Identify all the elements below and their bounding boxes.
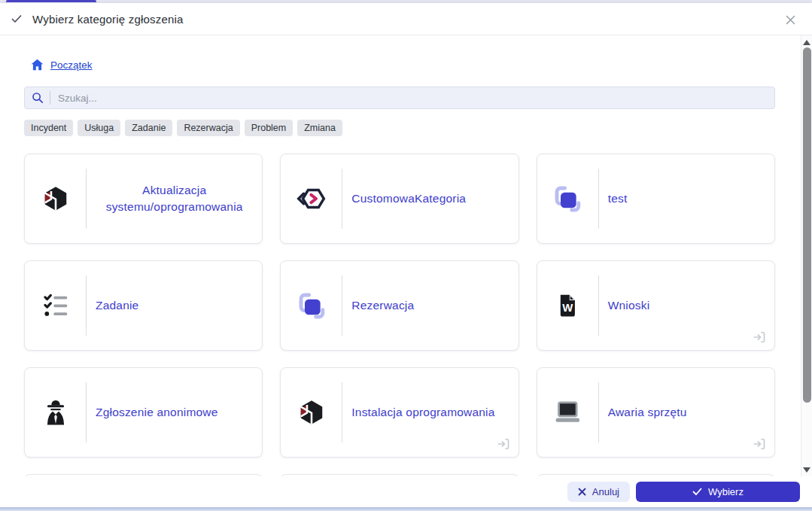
enter-icon: [752, 436, 767, 452]
category-card[interactable]: Instalacja oprogramowania: [280, 367, 519, 458]
overlap-squares-icon: [537, 184, 598, 214]
category-label: test: [608, 190, 628, 207]
svg-text:W: W: [562, 302, 573, 314]
category-label: Wnioski: [608, 297, 650, 314]
category-card[interactable]: WWnioski: [537, 260, 775, 351]
filter-chip-problem[interactable]: Problem: [245, 120, 293, 136]
home-icon: [31, 59, 44, 71]
spy-icon: [25, 398, 86, 427]
background-tab-strip: [6, 0, 96, 2]
confirm-check-icon: [692, 488, 702, 496]
laptop-icon: [537, 399, 598, 426]
category-picker-modal: Wybierz kategorię zgłoszenia Początek In…: [0, 3, 812, 507]
category-card[interactable]: Aktualizacja systemu/oprogramowania: [24, 154, 263, 244]
filter-chips: IncydentUsługaZadanieRezerwacjaProblemZm…: [24, 120, 801, 136]
word-document-icon: W: [537, 291, 598, 320]
check-icon: [11, 13, 23, 25]
search-bar: [24, 87, 775, 109]
close-icon[interactable]: [783, 12, 798, 27]
modal-header: Wybierz kategorię zgłoszenia: [0, 3, 812, 35]
cancel-button[interactable]: Anuluj: [567, 482, 630, 502]
search-icon: [25, 92, 50, 104]
scrollbar-down-arrow-icon[interactable]: [801, 464, 812, 475]
scrollbar[interactable]: [801, 35, 812, 476]
modal-footer: Anuluj Wybierz: [0, 476, 812, 507]
modal-body: Początek IncydentUsługaZadanieRezerwacja…: [0, 35, 801, 476]
category-label: Rezerwacja: [351, 297, 414, 314]
breadcrumb-home-link[interactable]: Początek: [50, 59, 93, 71]
page-background-bottom: [0, 507, 812, 511]
category-label: CustomowaKategoria: [351, 190, 466, 207]
category-grid: Aktualizacja systemu/oprogramowaniaCusto…: [24, 154, 775, 476]
filter-chip-zmiana[interactable]: Zmiana: [297, 120, 342, 136]
search-input[interactable]: [50, 93, 774, 104]
category-card[interactable]: CustomowaKategoria: [280, 154, 519, 244]
confirm-button-label: Wybierz: [708, 486, 744, 497]
filter-chip-zadanie[interactable]: Zadanie: [125, 120, 172, 136]
breadcrumb: Początek: [31, 59, 801, 71]
checklist-icon: [25, 292, 86, 319]
overlap-squares-icon: [281, 290, 342, 321]
confirm-button[interactable]: Wybierz: [636, 482, 800, 502]
software-box-icon: [281, 399, 342, 426]
software-box-icon: [25, 185, 86, 212]
enter-icon: [752, 330, 767, 345]
filter-chip-rezerwacja[interactable]: Rezerwacja: [177, 120, 239, 136]
code-hexagon-icon: [281, 185, 342, 212]
scrollbar-thumb[interactable]: [803, 47, 811, 403]
category-label: Awaria sprzętu: [608, 404, 687, 421]
modal-title: Wybierz kategorię zgłoszenia: [32, 13, 184, 26]
category-card[interactable]: Zadanie: [24, 260, 263, 351]
enter-icon: [496, 436, 511, 452]
filter-chip-incydent[interactable]: Incydent: [24, 120, 73, 136]
category-card[interactable]: test: [537, 154, 775, 244]
category-label: Zadanie: [96, 297, 138, 314]
category-card[interactable]: Rezerwacja: [280, 260, 519, 351]
category-label: Aktualizacja systemu/oprogramowania: [96, 182, 253, 216]
category-card[interactable]: Awaria sprzętu: [537, 367, 775, 458]
page: Wybierz kategorię zgłoszenia Początek In…: [0, 0, 812, 511]
category-card[interactable]: Zgłoszenie anonimowe: [24, 367, 263, 458]
category-label: Instalacja oprogramowania: [351, 404, 494, 421]
scrollbar-up-arrow-icon[interactable]: [801, 37, 812, 47]
cancel-x-icon: [578, 488, 586, 496]
cancel-button-label: Anuluj: [592, 486, 619, 497]
category-label: Zgłoszenie anonimowe: [96, 404, 218, 421]
filter-chip-usługa[interactable]: Usługa: [78, 120, 120, 136]
